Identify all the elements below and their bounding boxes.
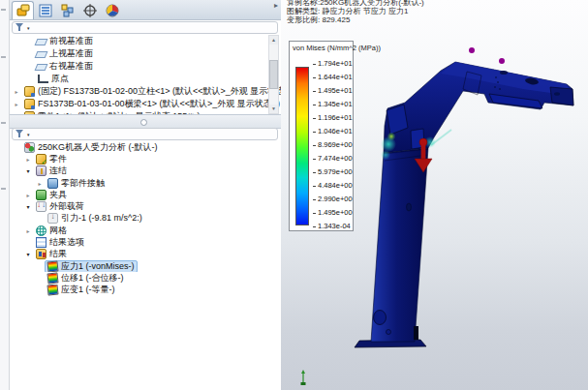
expand-arrow-icon[interactable]: ▸: [12, 101, 21, 107]
stress-model-view: [281, 0, 588, 390]
feature-tree-filter-bar: ▾: [12, 21, 278, 35]
tree-item-content[interactable]: 结果选项: [33, 236, 87, 248]
graphics-area[interactable]: 算例名称:250KG机器人受力分析(-默认-) 图解类型: 静应力分析 节应力 …: [281, 0, 588, 390]
tree-item[interactable]: ▸夹具: [10, 189, 281, 200]
tree-item-label: 夹具: [49, 189, 67, 200]
tab-feature-manager[interactable]: [12, 1, 34, 19]
tree-item-content[interactable]: 零件: [33, 153, 70, 165]
tree-item[interactable]: 右视基准面: [10, 60, 281, 73]
strip-tick: [1, 56, 6, 58]
remote-point-marker: [499, 58, 505, 64]
tree-item-label: 前视基准面: [49, 35, 93, 47]
expand-arrow-icon[interactable]: ▸: [23, 227, 33, 234]
tree-item-content[interactable]: 上视基准面: [33, 47, 96, 60]
model-column-hole-small: [407, 203, 412, 211]
feature-manager-panel: ▸ ▾ 前视基准面上视基准面右视基准面原点▸(固定) FS1373B-01-02…: [10, 0, 282, 390]
assembly-part-icon: [24, 99, 35, 109]
model-base-tab: [414, 326, 418, 340]
gravity-icon: [47, 213, 58, 224]
expand-arrow-icon[interactable]: ▸: [23, 192, 33, 198]
panel-splitter[interactable]: [10, 114, 281, 129]
expand-arrow-icon[interactable]: ▾: [23, 203, 33, 210]
strip-tick: [1, 9, 6, 11]
tree-item[interactable]: 结果选项: [10, 236, 281, 248]
tree-filter-input[interactable]: ▾: [12, 21, 278, 34]
assembly-part-icon: [24, 86, 35, 97]
model-column-hole-tiny: [387, 330, 391, 335]
tree-item[interactable]: 位移1 (-合位移-): [10, 272, 281, 284]
tree-item[interactable]: 前视基准面: [10, 35, 281, 47]
tree-item-label: 零部件接触: [61, 177, 105, 189]
strip-tick: [1, 122, 6, 124]
panel-expand-arrow[interactable]: ▸: [274, 2, 278, 10]
tree-item-label: 原点: [51, 73, 69, 85]
model-end-hole: [554, 92, 560, 96]
expand-arrow-icon[interactable]: ▸: [12, 88, 21, 95]
tree-item[interactable]: 引力-1 (-9.81 m/s^2:): [10, 213, 281, 225]
study-tree-filter-bar: ▾: [12, 128, 278, 141]
tree-item-content[interactable]: 右视基准面: [33, 60, 96, 73]
tree-item[interactable]: 上视基准面: [10, 47, 281, 60]
panel-edge-strip: [0, 0, 10, 390]
tab-property-manager[interactable]: [34, 1, 56, 19]
simulation-study-tree: 250KG机器人受力分析 (-默认-)▸零件▾连结▸零部件接触▸夹具▾外部载荷引…: [10, 141, 281, 388]
tree-item-content[interactable]: 原点: [33, 73, 72, 85]
tree-item[interactable]: ▾连结: [10, 165, 281, 177]
loads-icon: [36, 201, 46, 212]
expand-arrow-icon[interactable]: ▾: [23, 167, 33, 174]
tree-item[interactable]: ▾结果: [10, 249, 281, 260]
filter-funnel-icon: [15, 22, 26, 33]
tree-item[interactable]: 应力1 (-vonMises-): [10, 260, 281, 272]
expand-arrow-icon[interactable]: ▾: [23, 251, 33, 257]
study-filter-input[interactable]: ▾: [12, 128, 278, 140]
study-icon: [24, 142, 35, 153]
tree-item[interactable]: 应变1 (-等量-): [10, 285, 281, 296]
tree-item-label: 位移1 (-合位移-): [61, 272, 124, 284]
tree-item-label: 网格: [49, 225, 67, 236]
parts-icon: [36, 154, 46, 165]
tab-dimxpert-manager[interactable]: [78, 1, 101, 19]
tree-item[interactable]: 250KG机器人受力分析 (-默认-): [10, 141, 281, 153]
tree-item-content[interactable]: FS1373B-01-03-01-00横梁<1> (默认<<默认>_外观 显示状…: [21, 98, 281, 110]
tree-item-content[interactable]: 连结: [33, 165, 70, 177]
tree-item-label: 上视基准面: [49, 47, 93, 60]
tree-item[interactable]: ▸零部件接触: [10, 177, 281, 189]
tree-item[interactable]: ▸网格: [10, 225, 281, 236]
plane-icon: [35, 39, 48, 45]
contact-icon: [47, 178, 58, 189]
tree-item[interactable]: ▸零件: [10, 153, 281, 165]
stress-plot-icon: [46, 260, 58, 272]
origin-triad-icon: [301, 370, 306, 385]
tree-item-content[interactable]: 位移1 (-合位移-): [45, 272, 127, 284]
tree-item-label: 零件: [49, 153, 67, 165]
tree-item-content[interactable]: 前视基准面: [33, 35, 96, 47]
tree-item-content[interactable]: 外部载荷: [33, 200, 87, 212]
scrollbar-thumb[interactable]: [269, 60, 278, 89]
expand-arrow-icon[interactable]: ▸: [23, 156, 33, 163]
tab-configuration-manager[interactable]: [56, 1, 78, 19]
displacement-plot-icon: [46, 272, 58, 284]
tree-item[interactable]: ▸FS1373B-01-03-01-00横梁<1> (默认<<默认>_外观 显示…: [10, 98, 281, 110]
scroll-up-icon[interactable]: ▲: [269, 36, 278, 45]
tree-item-content[interactable]: 夹具: [33, 189, 70, 200]
tree-item-content[interactable]: (固定) FS1373B-01-02-00立柱<1> (默认<<默认>_外观 显…: [21, 85, 281, 98]
feature-tree-scrollbar[interactable]: ▲ ▼: [268, 35, 279, 114]
tree-item-label: 引力-1 (-9.81 m/s^2:): [61, 213, 142, 225]
dimxpert-manager-tab-icon: [83, 4, 97, 17]
tree-item-content[interactable]: 网格: [33, 225, 70, 236]
expand-arrow-icon[interactable]: ▸: [35, 180, 45, 187]
tree-item[interactable]: ▸(固定) FS1373B-01-02-00立柱<1> (默认<<默认>_外观 …: [10, 85, 281, 98]
scroll-down-icon[interactable]: ▼: [269, 105, 278, 113]
tab-display-manager[interactable]: [101, 1, 123, 19]
feature-manager-tab-icon: [16, 4, 30, 17]
tree-item-content[interactable]: 250KG机器人受力分析 (-默认-): [21, 141, 161, 153]
tree-item-content[interactable]: 应变1 (-等量-): [45, 285, 118, 296]
tree-item-content[interactable]: 结果: [33, 249, 70, 260]
tree-item[interactable]: ▾外部载荷: [10, 200, 281, 212]
tree-item-content[interactable]: 引力-1 (-9.81 m/s^2:): [45, 213, 145, 225]
selected-tree-item[interactable]: 应力1 (-vonMises-): [45, 260, 138, 272]
model-beam-end-face: [550, 87, 573, 105]
filter-funnel-icon: [15, 129, 26, 139]
tree-item-content[interactable]: 零部件接触: [45, 177, 108, 189]
tree-item[interactable]: 原点: [10, 73, 281, 85]
